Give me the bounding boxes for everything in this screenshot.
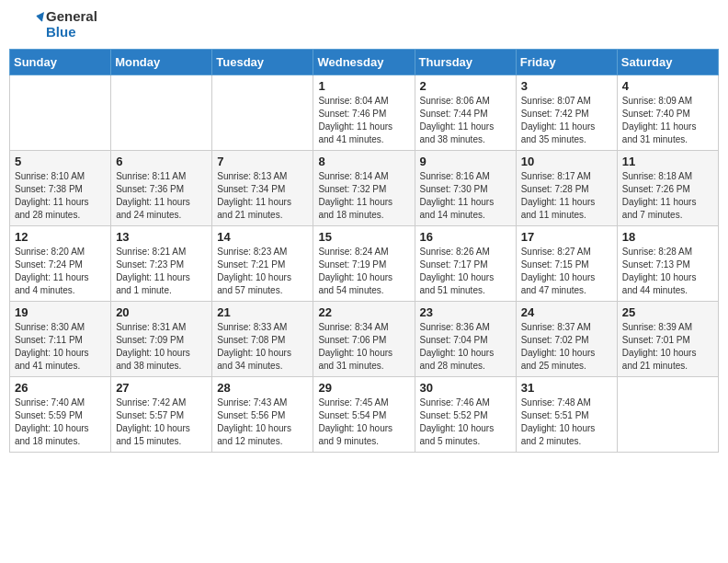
logo-blue: Blue xyxy=(46,25,97,40)
calendar-cell: 12Sunrise: 8:20 AM Sunset: 7:24 PM Dayli… xyxy=(10,226,111,302)
day-number: 20 xyxy=(116,305,207,319)
calendar-cell: 23Sunrise: 8:36 AM Sunset: 7:04 PM Dayli… xyxy=(415,302,516,377)
day-info: Sunrise: 8:39 AM Sunset: 7:01 PM Dayligh… xyxy=(622,321,713,373)
calendar-cell: 4Sunrise: 8:09 AM Sunset: 7:40 PM Daylig… xyxy=(617,75,718,151)
day-number: 8 xyxy=(318,155,409,168)
calendar-cell: 13Sunrise: 8:21 AM Sunset: 7:23 PM Dayli… xyxy=(111,226,212,302)
day-info: Sunrise: 8:17 AM Sunset: 7:28 PM Dayligh… xyxy=(521,170,612,222)
day-of-week-header: Tuesday xyxy=(212,50,313,75)
day-of-week-header: Wednesday xyxy=(313,50,415,75)
day-number: 27 xyxy=(116,381,207,395)
day-number: 6 xyxy=(116,155,207,168)
day-number: 2 xyxy=(420,79,511,93)
logo-icon xyxy=(18,12,44,38)
day-number: 7 xyxy=(217,155,308,168)
calendar-cell: 3Sunrise: 8:07 AM Sunset: 7:42 PM Daylig… xyxy=(516,75,617,151)
day-info: Sunrise: 8:20 AM Sunset: 7:24 PM Dayligh… xyxy=(15,246,106,297)
day-of-week-header: Monday xyxy=(111,50,212,75)
calendar-cell: 6Sunrise: 8:11 AM Sunset: 7:36 PM Daylig… xyxy=(111,151,212,226)
day-info: Sunrise: 8:34 AM Sunset: 7:06 PM Dayligh… xyxy=(318,321,409,373)
day-number: 22 xyxy=(318,305,409,319)
day-number: 3 xyxy=(521,79,612,93)
day-info: Sunrise: 7:43 AM Sunset: 5:56 PM Dayligh… xyxy=(217,396,308,448)
calendar-cell: 15Sunrise: 8:24 AM Sunset: 7:19 PM Dayli… xyxy=(313,226,415,302)
calendar-cell: 17Sunrise: 8:27 AM Sunset: 7:15 PM Dayli… xyxy=(516,226,617,302)
day-number: 21 xyxy=(217,305,308,319)
calendar-cell xyxy=(617,377,718,453)
calendar-cell xyxy=(212,75,313,151)
day-info: Sunrise: 8:27 AM Sunset: 7:15 PM Dayligh… xyxy=(521,246,612,297)
calendar-cell: 22Sunrise: 8:34 AM Sunset: 7:06 PM Dayli… xyxy=(313,302,415,377)
calendar-cell xyxy=(10,75,111,151)
day-number: 31 xyxy=(521,381,612,395)
calendar-week-row: 12Sunrise: 8:20 AM Sunset: 7:24 PM Dayli… xyxy=(10,226,719,302)
day-number: 5 xyxy=(15,155,106,168)
day-info: Sunrise: 8:16 AM Sunset: 7:30 PM Dayligh… xyxy=(420,170,511,222)
day-number: 9 xyxy=(420,155,511,168)
day-number: 11 xyxy=(622,155,713,168)
day-info: Sunrise: 8:37 AM Sunset: 7:02 PM Dayligh… xyxy=(521,321,612,373)
calendar-cell: 26Sunrise: 7:40 AM Sunset: 5:59 PM Dayli… xyxy=(10,377,111,453)
day-info: Sunrise: 8:04 AM Sunset: 7:46 PM Dayligh… xyxy=(318,95,409,146)
day-number: 23 xyxy=(420,305,511,319)
day-info: Sunrise: 8:11 AM Sunset: 7:36 PM Dayligh… xyxy=(116,170,207,222)
logo-text: General Blue xyxy=(18,9,97,40)
calendar-cell: 31Sunrise: 7:48 AM Sunset: 5:51 PM Dayli… xyxy=(516,377,617,453)
calendar-cell: 10Sunrise: 8:17 AM Sunset: 7:28 PM Dayli… xyxy=(516,151,617,226)
day-info: Sunrise: 8:23 AM Sunset: 7:21 PM Dayligh… xyxy=(217,246,308,297)
day-info: Sunrise: 8:06 AM Sunset: 7:44 PM Dayligh… xyxy=(420,95,511,146)
day-number: 18 xyxy=(622,230,713,244)
day-number: 15 xyxy=(318,230,409,244)
calendar-cell: 19Sunrise: 8:30 AM Sunset: 7:11 PM Dayli… xyxy=(10,302,111,377)
page-header: General Blue xyxy=(9,9,719,40)
logo: General Blue xyxy=(18,9,97,40)
day-of-week-header: Thursday xyxy=(415,50,516,75)
day-number: 10 xyxy=(521,155,612,168)
calendar-cell: 21Sunrise: 8:33 AM Sunset: 7:08 PM Dayli… xyxy=(212,302,313,377)
day-number: 28 xyxy=(217,381,308,395)
calendar-cell: 30Sunrise: 7:46 AM Sunset: 5:52 PM Dayli… xyxy=(415,377,516,453)
day-info: Sunrise: 8:30 AM Sunset: 7:11 PM Dayligh… xyxy=(15,321,106,373)
logo-general: General xyxy=(46,9,97,25)
day-info: Sunrise: 8:18 AM Sunset: 7:26 PM Dayligh… xyxy=(622,170,713,222)
calendar-week-row: 1Sunrise: 8:04 AM Sunset: 7:46 PM Daylig… xyxy=(10,75,719,151)
day-info: Sunrise: 8:07 AM Sunset: 7:42 PM Dayligh… xyxy=(521,95,612,146)
calendar-cell: 18Sunrise: 8:28 AM Sunset: 7:13 PM Dayli… xyxy=(617,226,718,302)
day-of-week-header: Saturday xyxy=(617,50,718,75)
day-number: 17 xyxy=(521,230,612,244)
day-number: 30 xyxy=(420,381,511,395)
day-number: 13 xyxy=(116,230,207,244)
day-info: Sunrise: 8:21 AM Sunset: 7:23 PM Dayligh… xyxy=(116,246,207,297)
day-number: 26 xyxy=(15,381,106,395)
day-number: 16 xyxy=(420,230,511,244)
day-number: 24 xyxy=(521,305,612,319)
day-number: 1 xyxy=(318,79,409,93)
day-info: Sunrise: 8:10 AM Sunset: 7:38 PM Dayligh… xyxy=(15,170,106,222)
calendar-cell: 14Sunrise: 8:23 AM Sunset: 7:21 PM Dayli… xyxy=(212,226,313,302)
day-info: Sunrise: 8:26 AM Sunset: 7:17 PM Dayligh… xyxy=(420,246,511,297)
calendar-week-row: 5Sunrise: 8:10 AM Sunset: 7:38 PM Daylig… xyxy=(10,151,719,226)
calendar-table: SundayMondayTuesdayWednesdayThursdayFrid… xyxy=(9,49,719,453)
day-info: Sunrise: 8:09 AM Sunset: 7:40 PM Dayligh… xyxy=(622,95,713,146)
calendar-cell: 24Sunrise: 8:37 AM Sunset: 7:02 PM Dayli… xyxy=(516,302,617,377)
day-of-week-header: Friday xyxy=(516,50,617,75)
calendar-week-row: 26Sunrise: 7:40 AM Sunset: 5:59 PM Dayli… xyxy=(10,377,719,453)
calendar-cell: 1Sunrise: 8:04 AM Sunset: 7:46 PM Daylig… xyxy=(313,75,415,151)
calendar-cell: 11Sunrise: 8:18 AM Sunset: 7:26 PM Dayli… xyxy=(617,151,718,226)
calendar-cell: 7Sunrise: 8:13 AM Sunset: 7:34 PM Daylig… xyxy=(212,151,313,226)
day-info: Sunrise: 8:28 AM Sunset: 7:13 PM Dayligh… xyxy=(622,246,713,297)
calendar-cell: 29Sunrise: 7:45 AM Sunset: 5:54 PM Dayli… xyxy=(313,377,415,453)
calendar-cell: 28Sunrise: 7:43 AM Sunset: 5:56 PM Dayli… xyxy=(212,377,313,453)
day-info: Sunrise: 7:42 AM Sunset: 5:57 PM Dayligh… xyxy=(116,396,207,448)
calendar-cell: 27Sunrise: 7:42 AM Sunset: 5:57 PM Dayli… xyxy=(111,377,212,453)
day-info: Sunrise: 7:40 AM Sunset: 5:59 PM Dayligh… xyxy=(15,396,106,448)
day-info: Sunrise: 8:13 AM Sunset: 7:34 PM Dayligh… xyxy=(217,170,308,222)
calendar-cell: 25Sunrise: 8:39 AM Sunset: 7:01 PM Dayli… xyxy=(617,302,718,377)
day-number: 14 xyxy=(217,230,308,244)
day-info: Sunrise: 7:48 AM Sunset: 5:51 PM Dayligh… xyxy=(521,396,612,448)
calendar-cell: 9Sunrise: 8:16 AM Sunset: 7:30 PM Daylig… xyxy=(415,151,516,226)
day-number: 4 xyxy=(622,79,713,93)
calendar-cell: 20Sunrise: 8:31 AM Sunset: 7:09 PM Dayli… xyxy=(111,302,212,377)
day-info: Sunrise: 7:45 AM Sunset: 5:54 PM Dayligh… xyxy=(318,396,409,448)
day-info: Sunrise: 8:36 AM Sunset: 7:04 PM Dayligh… xyxy=(420,321,511,373)
